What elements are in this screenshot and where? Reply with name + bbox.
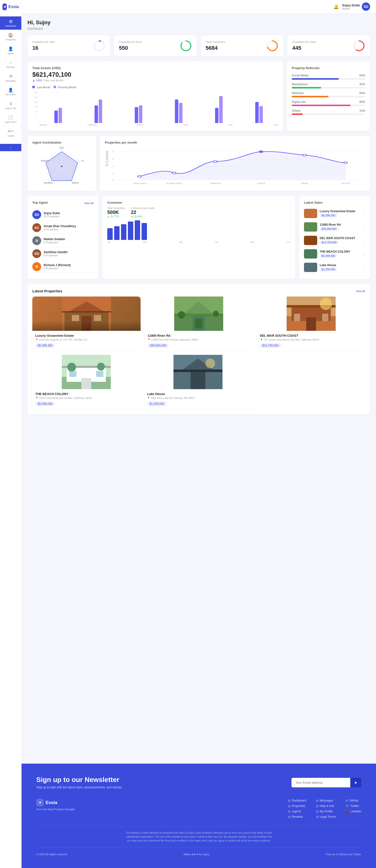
avatar: SD [362,2,370,11]
sidebar-label-my-profile: My Profile [6,93,15,96]
referral-label-0: Social Media [292,74,309,77]
svg-point-0 [94,41,104,51]
footer-link-messages[interactable]: ◎ Messages [316,799,336,802]
footer-made-with: Made with ♥ by Sujoy [184,853,209,856]
referral-pct-3: 80% [359,100,365,104]
sidebar-collapse-button[interactable]: ‹ [0,144,21,151]
footer-link-linkedin[interactable]: 💼 Linkedin [345,810,361,813]
trend-label: Than Last Month [43,79,63,82]
top-agent-card: Top Agent View All SD Sujoy Dutta 16 Pro… [27,196,98,279]
prop-img-3 [32,355,140,389]
sale-item-1: 11900 River Rd $49,000,000 ⋮ [304,220,365,234]
footer-col-2: ⊙ GitHub 🐦 Twitter 💼 Linkedin [345,799,361,818]
agent-info-3: Sambhav Gandhi 0 Properties [43,250,68,257]
sidebar-item-dashboard[interactable]: ⊞ Dashboard [0,17,21,30]
newsletter-inner: Sign up to our Newsletter Stay up to dat… [36,776,361,789]
footer-link-github[interactable]: ⊙ GitHub [345,799,361,802]
agent-info-4: Richard J (Richard) 0 Properties [43,264,71,270]
sale-more-1[interactable]: ⋮ [361,225,365,229]
svg-point-34 [138,176,141,178]
svg-rect-68 [322,314,328,321]
agent-props-3: 0 Properties [43,254,68,257]
customer-bar-chart [107,220,290,240]
sidebar-item-messages[interactable]: ✉ Messages [0,71,21,85]
referral-label-2: Websites [292,91,304,95]
props-grid-top: Luxury Oceanview Estate 📍 2136 San Diegu… [32,297,365,351]
prop-img-4 [144,355,252,389]
bar-group-2 [120,105,158,123]
sidebar-item-help-info[interactable]: ℹ Help & Info [0,99,21,112]
prop-img-1 [145,297,253,331]
customer-chart: JanFebMarAprMayJun [107,220,290,243]
footer-logo-wrap: ✦ Evoia [36,799,278,806]
notification-bell[interactable]: 🔔 [333,4,339,9]
user-menu[interactable]: Sujoy Dutta Admin SD [342,2,370,11]
sidebar-item-agents[interactable]: 👤 Agents [0,44,21,57]
agent-avatar-1: AC [32,223,41,232]
referrals-list: Social Media 64% Marketplace 40% Website… [292,74,365,115]
props-month-title: Properties per month [105,141,365,144]
legend-dot-last [32,86,35,88]
latest-props-header: Latest Properties View All [32,289,365,293]
prop-img-2 [257,297,365,331]
sidebar-nav: ⊞ Dashboard 🏠 Properties 👤 Agents ☆ Revi… [0,14,21,142]
sale-img-1 [304,222,317,231]
prop-addr-0: 📍 2136 San Dieguito Dr LOT 787, Del Mar,… [35,338,138,341]
sale-name-4: Lake House [320,264,337,267]
prop-card-1: 11900 River Rd 📍 11900 River Rd Potomac,… [145,297,253,351]
latest-properties-section: Latest Properties View All [27,284,370,414]
sale-more-2[interactable]: ⋮ [361,238,365,243]
sidebar-item-my-profile[interactable]: 👤 My Profile [0,85,21,98]
sidebar-item-legal-terms[interactable]: 📄 Legal Terms [0,113,21,126]
sidebar-item-logout[interactable]: ⟵ Logout [0,126,21,140]
cust-bar-1 [114,226,120,240]
sale-more-0[interactable]: ⋮ [361,211,365,216]
agent-avatar-4: R [32,262,41,271]
footer-link-help[interactable]: ◎ Help & Info [316,804,336,808]
bar-chart-inner: JanuaryFebruaryMarchAprilMayJune [39,92,278,126]
props-grid-bottom: THE BEACH COLONY 📍 1933 Coast Boulevard … [32,355,252,409]
sale-info-1: 11900 River Rd $49,000,000 [320,223,341,231]
svg-point-83 [206,359,215,368]
bar-chart-x-labels: JanuaryFebruaryMarchAprilMayJune [39,124,278,126]
footer-link-dashboard[interactable]: ◎ Dashboard [288,799,306,802]
sale-price-0: $6,398,300 [320,213,337,217]
latest-props-view-all[interactable]: View All [356,290,365,292]
trend-arrow: ▲ [32,79,35,82]
svg-text:Nikkan: Nikkan [72,182,79,184]
svg-point-35 [173,172,176,174]
footer-link-agents[interactable]: ◎ Agents [288,810,306,813]
footer-link-reviews[interactable]: ◎ Reviews [288,815,306,818]
prop-svg-1 [145,297,253,331]
sale-price-2: $14,750,000 [320,240,339,244]
sidebar-item-reviews[interactable]: ☆ Reviews [0,58,21,71]
sidebar-label-reviews: Reviews [6,66,15,68]
sale-more-4[interactable]: ⋮ [361,265,365,270]
logo-text: Evoia [8,5,19,9]
sidebar-logo: ✦ Evoia [0,0,21,14]
referral-pct-1: 40% [359,83,365,86]
customer-month-trend: ▲ 41.04% [131,215,154,218]
footer-link-my-profile[interactable]: ◎ My Profile [316,810,336,813]
prop-addr-4: 📍 4565 Pony Lake Rd, Kearney, NE 68847 [147,397,249,399]
sale-info-0: Luxury Oceanview Estate $6,398,300 [320,210,355,217]
legend-dot-running [54,86,56,88]
sale-name-1: 11900 River Rd [320,223,341,226]
footer-link-properties[interactable]: ◎ Properties [288,804,306,808]
sale-more-3[interactable]: ⋮ [361,252,365,256]
prop-name-2: DEL MAR SOUTH COAST [260,334,362,337]
newsletter-title: Sign up to our Newsletter [36,776,123,784]
referral-bar-fill-2 [292,96,328,97]
referral-bar-fill-0 [292,78,339,80]
top-agent-header: Top Agent View All [32,201,94,205]
bar-running-0 [59,108,62,123]
top-agent-view-all[interactable]: View All [84,202,94,205]
footer-link-legal[interactable]: ◎ Legal Terms [316,815,336,818]
sidebar-label-dashboard: Dashboard [5,25,16,27]
footer-link-twitter[interactable]: 🐦 Twitter [345,804,361,808]
prop-name-1: 11900 River Rd [148,334,250,337]
newsletter-submit-button[interactable]: ➤ [350,778,361,787]
newsletter-email-input[interactable] [291,778,350,787]
svg-point-38 [303,154,306,156]
sidebar-item-properties[interactable]: 🏠 Properties [0,30,21,43]
